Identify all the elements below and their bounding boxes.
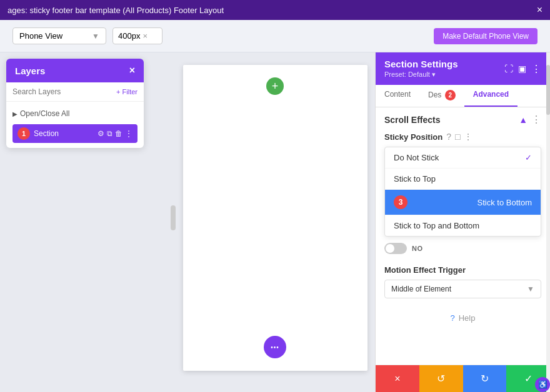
trash-icon[interactable]: 🗑 <box>115 129 122 138</box>
scroll-effects-title: Scroll Effects <box>384 115 440 125</box>
scroll-effects-title-row: Scroll Effects ▲ ⋮ <box>384 114 541 125</box>
redo-button[interactable]: ↻ <box>463 365 507 392</box>
motion-trigger-section: Motion Effect Trigger Middle of Element … <box>376 265 550 305</box>
motion-trigger-select[interactable]: Middle of Element ▼ <box>384 280 541 298</box>
sticky-more-icon[interactable]: ⋮ <box>464 132 472 142</box>
stick-to-top-and-bottom-label: Stick to Top and Bottom <box>394 221 479 230</box>
dots-menu-button[interactable]: ••• <box>264 336 286 358</box>
dropdown-item-stick-to-top[interactable]: Stick to Top <box>385 169 541 190</box>
redo-icon: ↻ <box>481 373 489 385</box>
settings-tabs: Content Des 2 Advanced <box>376 85 550 107</box>
section-layer-item[interactable]: 1 Section ⚙ ⧉ 🗑 ⋮ <box>12 124 138 143</box>
layers-body: ▶ Open/Close All 1 Section ⚙ ⧉ 🗑 ⋮ <box>6 102 144 148</box>
help-circle-icon[interactable]: ? <box>446 132 451 142</box>
default-phone-view-button[interactable]: Make Default Phone View <box>434 28 538 44</box>
layers-title: Layers <box>15 66 45 76</box>
filter-button[interactable]: + Filter <box>116 88 138 96</box>
view-select-label: Phone View <box>19 31 62 41</box>
main-area: + ••• Layers × + Filter ▶ Open/Close All… <box>0 52 550 392</box>
tab-design-label: Des <box>428 91 441 99</box>
motion-trigger-label: Motion Effect Trigger <box>384 265 541 275</box>
help-question-icon[interactable]: ? <box>451 313 455 323</box>
px-value: 400px <box>118 31 140 41</box>
title-bar: ages: sticky footer bar template (All Pr… <box>0 0 550 20</box>
dropdown-item-stick-to-bottom[interactable]: 3 Stick to Bottom <box>385 190 541 215</box>
layers-search-input[interactable] <box>12 87 112 96</box>
check-icon: ✓ <box>525 153 532 162</box>
sticky-position-label: Sticky Position <box>384 132 442 142</box>
layers-header: Layers × <box>6 59 144 82</box>
sticky-position-row: Sticky Position ? □ ⋮ <box>384 132 541 142</box>
layers-search-row: + Filter <box>6 82 144 102</box>
more-options-icon[interactable]: ⋮ <box>531 63 541 75</box>
settings-header-info: Section Settings Preset: Default ▾ <box>384 59 458 79</box>
title-text: ages: sticky footer bar template (All Pr… <box>8 6 224 15</box>
stick-to-bottom-label: Stick to Bottom <box>478 198 532 207</box>
more-icon[interactable]: ⋮ <box>125 129 132 138</box>
more-scroll-icon[interactable]: ⋮ <box>531 114 541 125</box>
settings-panel: Section Settings Preset: Default ▾ ⛶ ▣ ⋮… <box>375 52 550 392</box>
px-input[interactable]: 400px × <box>112 27 162 44</box>
scroll-effects-section: Scroll Effects ▲ ⋮ Sticky Position ? □ ⋮ <box>376 107 550 265</box>
save-icon: ✓ <box>524 373 532 385</box>
tab-advanced-label: Advanced <box>473 90 509 99</box>
collapse-icon[interactable]: ▲ <box>519 115 528 125</box>
add-icon: + <box>272 80 279 93</box>
settings-body: Scroll Effects ▲ ⋮ Sticky Position ? □ ⋮ <box>376 107 550 365</box>
toolbar: Phone View ▼ 400px × Make Default Phone … <box>0 20 550 52</box>
title-close-icon[interactable]: × <box>537 4 542 16</box>
tab-design[interactable]: Des 2 <box>419 85 464 107</box>
tab-design-badge: 2 <box>445 90 456 100</box>
help-label: Help <box>459 313 476 323</box>
do-not-stick-label: Do Not Stick <box>394 153 439 162</box>
dropdown-item-stick-to-top-and-bottom[interactable]: Stick to Top and Bottom <box>385 215 541 236</box>
add-section-button[interactable]: + <box>266 77 284 95</box>
stick-to-top-label: Stick to Top <box>394 174 436 184</box>
chevron-down-motion-icon: ▼ <box>527 285 534 293</box>
layers-close-icon[interactable]: × <box>129 65 135 76</box>
settings-footer: × ↺ ↻ ✓ <box>376 365 550 392</box>
clear-icon[interactable]: × <box>142 31 148 41</box>
reset-icon: ↺ <box>437 373 445 385</box>
section-item-icons: ⚙ ⧉ 🗑 ⋮ <box>98 129 132 138</box>
cancel-button[interactable]: × <box>376 365 419 392</box>
sticky-position-dropdown: Do Not Stick ✓ Stick to Top 3 Stick to B… <box>384 147 541 237</box>
layers-panel: Layers × + Filter ▶ Open/Close All 1 Sec… <box>6 59 144 148</box>
corner-icon-symbol: ♿ <box>538 380 548 389</box>
settings-header-icons: ⛶ ▣ ⋮ <box>504 63 541 75</box>
fullscreen-icon[interactable]: ⛶ <box>504 64 513 74</box>
dots-icon: ••• <box>271 344 279 351</box>
tab-content-label: Content <box>384 90 411 99</box>
tab-content[interactable]: Content <box>376 85 419 107</box>
columns-icon[interactable]: ▣ <box>518 64 526 74</box>
corner-accessibility-icon[interactable]: ♿ <box>535 377 550 392</box>
no-toggle[interactable] <box>384 243 407 254</box>
tab-advanced[interactable]: Advanced <box>464 85 518 107</box>
no-label: NO <box>412 245 423 252</box>
cancel-icon: × <box>394 373 400 385</box>
scroll-thumb[interactable] <box>546 65 550 115</box>
scrollbar[interactable] <box>546 52 550 392</box>
open-close-all-toggle[interactable]: ▶ Open/Close All <box>12 107 138 120</box>
settings-title: Section Settings <box>384 59 458 69</box>
view-select[interactable]: Phone View ▼ <box>12 27 106 44</box>
help-row: ? Help <box>376 305 550 331</box>
step-badge-3: 3 <box>394 195 408 209</box>
dropdown-item-do-not-stick[interactable]: Do Not Stick ✓ <box>385 147 541 169</box>
open-close-label: Open/Close All <box>20 109 69 118</box>
resize-handle-left[interactable] <box>171 205 176 230</box>
reset-button[interactable]: ↺ <box>419 365 463 392</box>
page-canvas: + ••• <box>183 65 368 371</box>
copy-icon[interactable]: ⧉ <box>107 129 112 138</box>
gear-icon[interactable]: ⚙ <box>98 129 104 138</box>
chevron-down-icon: ▼ <box>92 32 99 41</box>
step-badge-1: 1 <box>18 127 30 140</box>
chevron-right-icon: ▶ <box>12 110 18 117</box>
no-toggle-row: NO <box>384 243 541 254</box>
settings-header: Section Settings Preset: Default ▾ ⛶ ▣ ⋮ <box>376 52 550 85</box>
section-layer-label: Section <box>34 129 59 138</box>
settings-preset[interactable]: Preset: Default ▾ <box>384 71 458 79</box>
mobile-icon[interactable]: □ <box>455 132 460 142</box>
motion-trigger-value: Middle of Element <box>391 285 451 293</box>
dropdown-list: Do Not Stick ✓ Stick to Top 3 Stick to B… <box>384 147 541 237</box>
